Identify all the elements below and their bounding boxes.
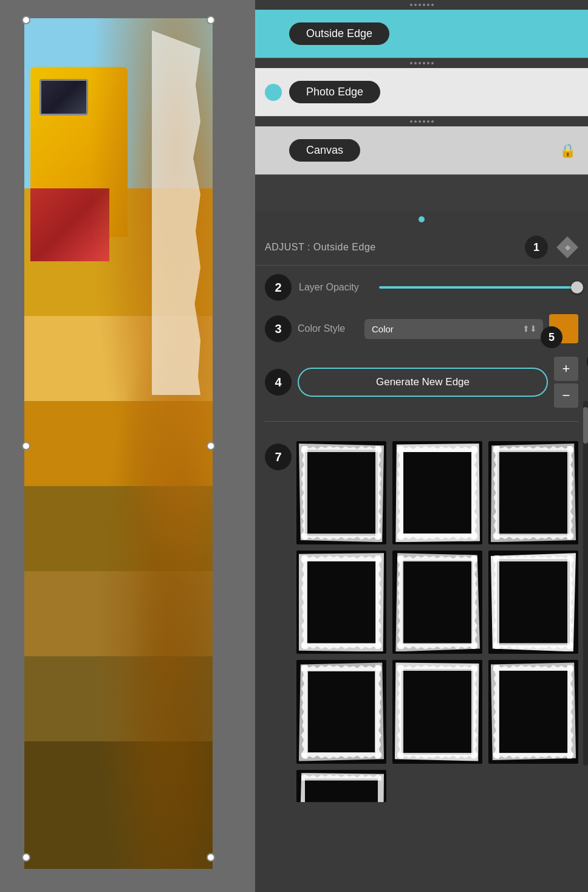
layer-label-outside-edge[interactable]: Outside Edge [289,22,389,45]
thumb-item-9[interactable] [488,660,578,763]
dots-row-top [255,0,588,10]
scrollbar-thumb[interactable] [583,407,588,444]
thumb-edge-9 [488,660,578,763]
layer-photo-edge[interactable]: Photo Edge [255,68,588,117]
controls-area: 2 Layer Opacity 3 Color Style Color Blac… [255,266,588,437]
generate-row: 4 Generate New Edge 5 6 + − [265,357,578,408]
layers-section: Outside Edge Photo Edge [255,0,588,175]
right-panel: Outside Edge Photo Edge [255,0,588,892]
lock-icon: 🔒 [559,143,576,159]
handle-top-left[interactable] [22,16,30,24]
adjust-header-row: ADJUST : Outside Edge 1 ◆ [255,227,588,266]
thumb-edge-2 [392,441,482,544]
layer-toggle-outside-edge[interactable] [265,26,282,43]
dots-row-3 [255,117,588,126]
badge-2: 2 [265,274,292,301]
thumb-item-6[interactable] [488,551,578,654]
opacity-label: Layer Opacity [299,282,372,293]
thumbnail-grid [296,441,578,802]
thumb-edge-4 [296,551,386,654]
badge-5: 5 [541,326,562,348]
thumb-item-8[interactable] [392,660,482,763]
badge-7: 7 [265,444,292,470]
adjust-badge-1: 1 [525,236,548,259]
opacity-slider-thumb[interactable] [571,281,583,293]
handle-top-right[interactable] [207,16,215,24]
handle-bottom-left[interactable] [22,853,30,862]
layer-label-photo-edge[interactable]: Photo Edge [289,81,380,103]
thumbs-with-badge: 7 [265,441,578,802]
thumb-item-10[interactable] [296,770,386,802]
layer-outside-edge[interactable]: Outside Edge [255,10,588,58]
thumb-edge-8 [392,660,482,763]
scrollbar-track [583,401,588,766]
handle-mid-left[interactable] [22,442,30,450]
center-dot-indicator [419,216,425,222]
layer-toggle-photo-edge[interactable] [265,84,282,101]
badge-3: 3 [265,315,292,342]
add-edge-button[interactable]: + [554,357,578,381]
thumb-edge-6 [488,551,578,654]
thumb-item-2[interactable] [392,441,482,544]
diamond-button[interactable]: ◆ [556,236,578,258]
remove-edge-button[interactable]: − [554,383,578,408]
thumb-edge-1 [296,441,386,544]
color-style-row: 3 Color Style Color Black & White Duoton… [265,314,578,343]
color-style-label: Color Style [298,323,358,334]
generate-new-edge-button[interactable]: Generate New Edge [298,368,548,397]
thumb-item-4[interactable] [296,551,386,654]
canvas-lock[interactable]: 🔒 [556,140,578,162]
adjust-title: ADJUST : Outside Edge [265,242,519,253]
plus-minus-area: 5 6 + − [554,357,578,408]
thumb-edge-7 [296,660,386,763]
thumb-item-3[interactable] [488,441,578,544]
badge-4: 4 [265,369,292,396]
photo-content [24,18,213,869]
thumb-item-5[interactable] [392,551,482,654]
image-panel [0,0,255,892]
thumb-item-7[interactable] [296,660,386,763]
layer-toggle-canvas[interactable] [265,142,282,159]
color-style-select[interactable]: Color Black & White Duotone [364,319,543,339]
handle-mid-right[interactable] [207,442,215,450]
section-divider [265,421,578,422]
layer-label-canvas[interactable]: Canvas [289,139,360,162]
thumb-edge-10 [296,770,386,802]
thumb-edge-5 [392,551,482,654]
opacity-slider-track[interactable] [379,286,578,289]
layer-canvas[interactable]: Canvas 🔒 [255,126,588,175]
canvas-image [24,18,213,869]
thumb-item-1[interactable] [296,441,386,544]
opacity-row: 2 Layer Opacity [265,274,578,301]
spacer-area [255,175,588,211]
thumb-edge-3 [488,441,578,544]
handle-bottom-right[interactable] [207,853,215,862]
dots-row-2 [255,58,588,68]
white-edge-effect [152,30,200,395]
thumbnails-section: 7 [255,437,588,802]
color-style-select-wrapper: Color Black & White Duotone ⬆⬇ [364,319,543,339]
